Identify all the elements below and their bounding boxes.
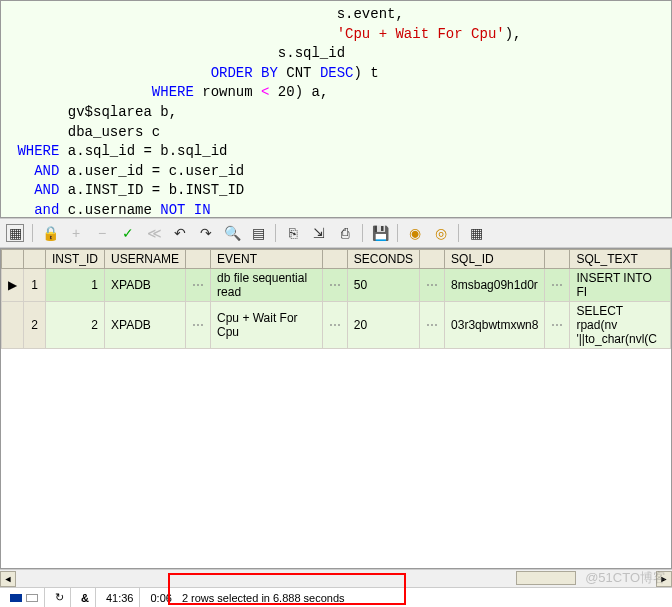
refresh-icon[interactable]: ↻ (49, 588, 71, 607)
save-button[interactable]: 💾 (371, 224, 389, 242)
grid-options-button[interactable]: ▦ (467, 224, 485, 242)
status-message: 2 rows selected in 6.888 seconds (182, 592, 345, 604)
status-flag-white (26, 594, 38, 602)
scrollbar-thumb[interactable] (516, 571, 576, 585)
cell[interactable]: 8msbag09h1d0r (445, 269, 545, 302)
cell-ellipsis[interactable]: ⋯ (186, 302, 211, 349)
fetch-all-button[interactable]: ◎ (432, 224, 450, 242)
col-header[interactable]: INST_ID (46, 250, 105, 269)
status-flag-blue (10, 594, 22, 602)
results-toolbar: ▦ 🔒 + − ✓ ≪ ↶ ↷ 🔍 ▤ ⎘ ⇲ ⎙ 💾 ◉ ◎ ▦ (0, 218, 672, 248)
col-gap (545, 250, 570, 269)
cell[interactable]: INSERT INTO FI (570, 269, 671, 302)
amp-icon[interactable]: & (75, 588, 96, 607)
separator (458, 224, 459, 242)
delete-row-button[interactable]: − (93, 224, 111, 242)
row-number: 1 (24, 269, 46, 302)
status-indicators (4, 588, 45, 607)
cell-ellipsis[interactable]: ⋯ (545, 269, 570, 302)
undo-button[interactable]: ↶ (171, 224, 189, 242)
separator (397, 224, 398, 242)
col-header[interactable]: USERNAME (105, 250, 186, 269)
cell-ellipsis[interactable]: ⋯ (322, 302, 347, 349)
add-row-button[interactable]: + (67, 224, 85, 242)
row-marker: ▶ (2, 269, 24, 302)
results-grid[interactable]: INST_ID USERNAME EVENT SECONDS SQL_ID SQ… (0, 248, 672, 569)
fetch-button[interactable]: ◉ (406, 224, 424, 242)
copy-button[interactable]: ⎘ (284, 224, 302, 242)
col-header[interactable]: EVENT (211, 250, 323, 269)
sql-editor[interactable]: s.event, 'Cpu + Wait For Cpu'), s.sql_id… (0, 0, 672, 218)
find-button[interactable]: 🔍 (223, 224, 241, 242)
cell-ellipsis[interactable]: ⋯ (186, 269, 211, 302)
print-button[interactable]: ⎙ (336, 224, 354, 242)
rollback-button[interactable]: ≪ (145, 224, 163, 242)
scroll-left-icon[interactable]: ◄ (0, 571, 16, 587)
exec-time: 0:06 (144, 588, 177, 607)
col-gap (322, 250, 347, 269)
col-header[interactable]: SQL_ID (445, 250, 545, 269)
grid-view-button[interactable]: ▦ (6, 224, 24, 242)
cell-ellipsis[interactable]: ⋯ (545, 302, 570, 349)
bookmark-button[interactable]: ▤ (249, 224, 267, 242)
table-row[interactable]: 2 2 XPADB ⋯ Cpu + Wait For Cpu ⋯ 20 ⋯ 03… (2, 302, 671, 349)
col-gap (186, 250, 211, 269)
separator (32, 224, 33, 242)
cell-ellipsis[interactable]: ⋯ (322, 269, 347, 302)
col-gap (420, 250, 445, 269)
cell[interactable]: 2 (46, 302, 105, 349)
export-button[interactable]: ⇲ (310, 224, 328, 242)
separator (362, 224, 363, 242)
cell[interactable]: Cpu + Wait For Cpu (211, 302, 323, 349)
commit-button[interactable]: ✓ (119, 224, 137, 242)
cell[interactable]: XPADB (105, 269, 186, 302)
col-header[interactable]: SECONDS (347, 250, 419, 269)
status-bar: ↻ & 41:36 0:06 2 rows selected in 6.888 … (0, 587, 672, 607)
cell[interactable]: SELECT rpad(nv '||to_char(nvl(C (570, 302, 671, 349)
cell-ellipsis[interactable]: ⋯ (420, 269, 445, 302)
grid-header-row: INST_ID USERNAME EVENT SECONDS SQL_ID SQ… (2, 250, 671, 269)
elapsed-time: 41:36 (100, 588, 141, 607)
col-rownum[interactable] (24, 250, 46, 269)
cell[interactable]: 1 (46, 269, 105, 302)
cell[interactable]: 20 (347, 302, 419, 349)
separator (275, 224, 276, 242)
horizontal-scrollbar[interactable]: ◄ ► (0, 569, 672, 587)
scroll-right-icon[interactable]: ► (656, 571, 672, 587)
lock-icon[interactable]: 🔒 (41, 224, 59, 242)
cell[interactable]: db file sequential read (211, 269, 323, 302)
cell[interactable]: 03r3qbwtmxwn8 (445, 302, 545, 349)
row-marker (2, 302, 24, 349)
col-header[interactable]: SQL_TEXT (570, 250, 671, 269)
cell[interactable]: XPADB (105, 302, 186, 349)
sql-line: s.event, 'Cpu + Wait For Cpu'), s.sql_id… (9, 6, 522, 218)
table-row[interactable]: ▶ 1 1 XPADB ⋯ db file sequential read ⋯ … (2, 269, 671, 302)
row-number: 2 (24, 302, 46, 349)
cell[interactable]: 50 (347, 269, 419, 302)
cell-ellipsis[interactable]: ⋯ (420, 302, 445, 349)
col-marker[interactable] (2, 250, 24, 269)
redo-button[interactable]: ↷ (197, 224, 215, 242)
